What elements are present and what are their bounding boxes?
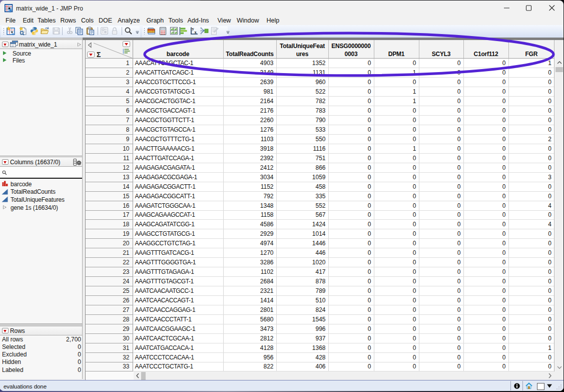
svg-text:Σ: Σ (97, 51, 101, 59)
svg-text:x: x (195, 30, 197, 35)
